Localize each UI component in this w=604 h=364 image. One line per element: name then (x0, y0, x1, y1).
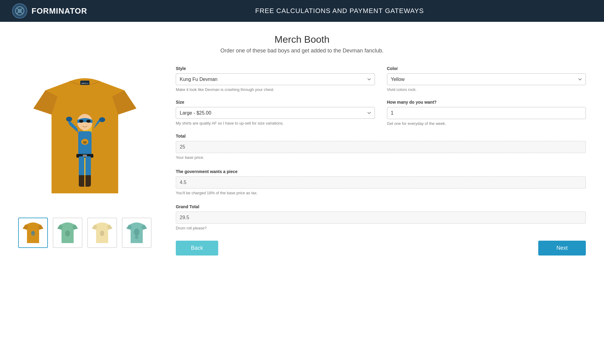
svg-point-16 (79, 120, 83, 123)
app-header: FORMINATOR FREE CALCULATIONS AND PAYMENT… (0, 0, 604, 22)
total-label: Total (176, 134, 586, 139)
color-hint: Vivid colors rock. (387, 87, 586, 92)
quantity-hint: Get one for everyday of the week. (387, 121, 586, 126)
svg-point-17 (86, 120, 91, 123)
logo-area: FORMINATOR (12, 3, 87, 18)
total-section: Total 25 Your base price. (176, 134, 586, 160)
brand-name: FORMINATOR (32, 6, 87, 16)
svg-rect-13 (79, 156, 84, 178)
product-layout: MERCH ω (18, 66, 586, 255)
tax-value: 4.5 (176, 176, 586, 189)
grand-total-value: 29.5 (176, 212, 586, 224)
button-row: Back Next (176, 241, 586, 255)
svg-text:ω: ω (32, 233, 34, 235)
color-label: Color (387, 66, 586, 71)
svg-point-20 (65, 230, 70, 236)
size-select[interactable]: Small - $20.00 Medium - $22.00 Large - $… (176, 107, 375, 119)
main-image-wrapper: MERCH ω (18, 66, 152, 212)
quantity-group: How many do you want? Get one for everyd… (387, 100, 586, 126)
svg-point-12 (99, 117, 105, 122)
next-button[interactable]: Next (538, 241, 586, 255)
quantity-label: How many do you want? (387, 100, 586, 105)
thumbnail-teal[interactable] (122, 218, 152, 248)
size-quantity-row: Size Small - $20.00 Medium - $22.00 Larg… (176, 100, 586, 126)
style-hint: Make it look like Devman is crashing thr… (176, 87, 375, 92)
size-hint: My shirts are quality AF so I have to up… (176, 121, 375, 126)
color-group: Color Yellow Green Cream Teal Vivid colo… (387, 66, 586, 92)
style-label: Style (176, 66, 375, 71)
grand-total-section: Grand Total 29.5 Drum roll please? (176, 204, 586, 231)
total-hint: Your base price. (176, 155, 586, 160)
thumbnail-row: ω (18, 218, 152, 248)
product-image-section: MERCH ω (18, 66, 152, 248)
header-tagline: FREE CALCULATIONS AND PAYMENT GATEWAYS (87, 7, 592, 15)
svg-rect-14 (85, 156, 91, 178)
svg-point-11 (66, 117, 72, 122)
size-group: Size Small - $20.00 Medium - $22.00 Larg… (176, 100, 375, 126)
svg-point-21 (100, 231, 104, 236)
main-tshirt-image: MERCH ω (27, 72, 142, 205)
style-color-row: Style Kung Fu Devman Classic Devman Spac… (176, 66, 586, 92)
page-title: Merch Booth (18, 34, 586, 45)
back-button[interactable]: Back (176, 241, 218, 255)
tax-hint: You'll be charged 18% of the base price … (176, 190, 586, 196)
main-content: Merch Booth Order one of these bad boys … (0, 22, 604, 268)
svg-text:MERCH: MERCH (82, 82, 88, 84)
svg-point-23 (135, 235, 138, 239)
color-select[interactable]: Yellow Green Cream Teal (387, 73, 586, 85)
thumbnail-cream[interactable] (87, 218, 117, 248)
style-select[interactable]: Kung Fu Devman Classic Devman Space Devm… (176, 73, 375, 85)
total-value: 25 (176, 141, 586, 153)
logo-icon (12, 3, 27, 18)
page-subtitle: Order one of these bad boys and get adde… (18, 48, 586, 54)
tax-section: The government wants a piece 4.5 You'll … (176, 169, 586, 196)
svg-point-22 (134, 229, 139, 236)
size-label: Size (176, 100, 375, 105)
product-form-section: Style Kung Fu Devman Classic Devman Spac… (176, 66, 586, 255)
tax-label: The government wants a piece (176, 169, 586, 174)
thumbnail-yellow[interactable]: ω (18, 218, 48, 248)
quantity-input[interactable] (387, 107, 586, 119)
thumbnail-green[interactable] (53, 218, 82, 248)
style-group: Style Kung Fu Devman Classic Devman Spac… (176, 66, 375, 92)
svg-text:ω: ω (83, 140, 86, 144)
grand-total-label: Grand Total (176, 204, 586, 209)
grand-total-hint: Drum roll please? (176, 225, 586, 231)
